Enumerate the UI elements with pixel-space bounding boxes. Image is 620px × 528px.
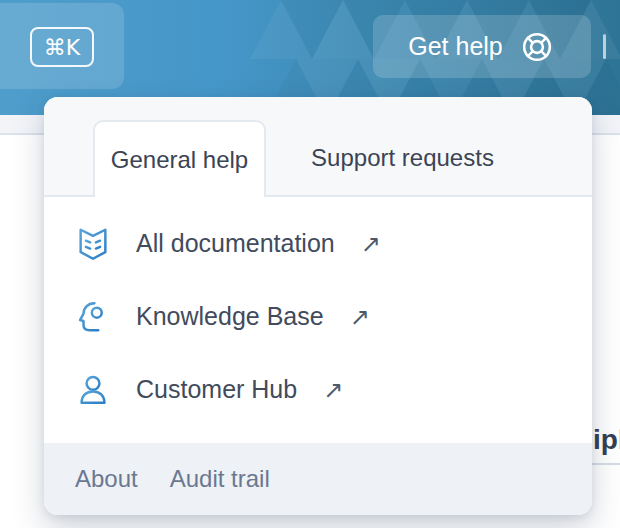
page-heading-fragment: ipb bbox=[593, 424, 620, 456]
user-icon bbox=[74, 371, 112, 409]
tab-general-help-label: General help bbox=[111, 146, 248, 174]
external-link-arrow-icon: ↗ bbox=[361, 230, 381, 258]
screen: ⌘K Get help ipb General help Support req… bbox=[0, 0, 620, 528]
help-popover-footer: About Audit trail bbox=[44, 443, 592, 515]
about-link[interactable]: About bbox=[75, 465, 138, 493]
menu-item-label: All documentation bbox=[136, 229, 335, 258]
get-help-label: Get help bbox=[408, 32, 503, 61]
external-link-arrow-icon: ↗ bbox=[323, 376, 343, 404]
help-popover: General help Support requests bbox=[44, 97, 592, 515]
head-knowledge-icon bbox=[74, 298, 112, 336]
global-search-field[interactable]: ⌘K bbox=[0, 3, 124, 89]
life-buoy-icon bbox=[518, 28, 556, 66]
get-help-button[interactable]: Get help bbox=[373, 15, 591, 78]
menu-item-customer-hub[interactable]: Customer Hub ↗ bbox=[44, 353, 592, 426]
help-menu: All documentation ↗ Knowled bbox=[44, 197, 592, 426]
keyboard-shortcut-label: ⌘K bbox=[44, 35, 80, 60]
tab-general-help[interactable]: General help bbox=[93, 120, 266, 197]
audit-trail-link[interactable]: Audit trail bbox=[170, 465, 270, 493]
keyboard-shortcut-badge: ⌘K bbox=[30, 27, 94, 67]
external-link-arrow-icon: ↗ bbox=[350, 303, 370, 331]
page-heading-underline bbox=[592, 463, 620, 465]
header-divider bbox=[603, 34, 606, 59]
menu-item-label: Knowledge Base bbox=[136, 302, 324, 331]
tab-support-requests-label: Support requests bbox=[311, 144, 494, 172]
book-open-icon bbox=[74, 225, 112, 263]
menu-item-all-documentation[interactable]: All documentation ↗ bbox=[44, 207, 592, 280]
menu-item-knowledge-base[interactable]: Knowledge Base ↗ bbox=[44, 280, 592, 353]
tab-support-requests[interactable]: Support requests bbox=[270, 120, 535, 195]
menu-item-label: Customer Hub bbox=[136, 375, 297, 404]
